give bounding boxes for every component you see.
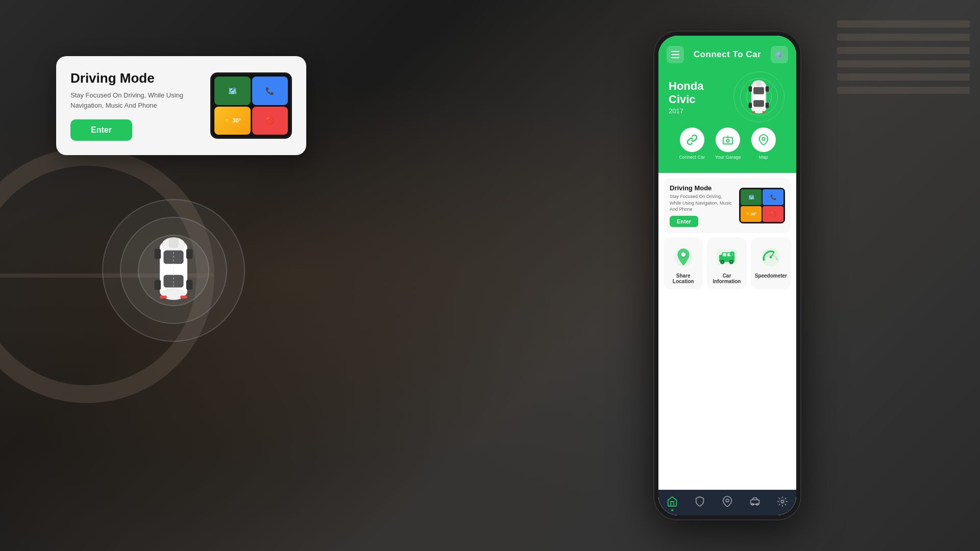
phone-bottom-section: Driving Mode Stay Focused On Driving, Wh… xyxy=(658,173,796,515)
phone-car-image xyxy=(731,71,786,122)
driving-mode-card-desc: Stay Focused On Driving, While Using Nav… xyxy=(70,90,200,110)
svg-point-38 xyxy=(730,261,732,263)
nav-shield[interactable] xyxy=(694,496,705,507)
vent-bg xyxy=(827,0,980,204)
mini-icon-nav: 🗺️ xyxy=(214,77,251,105)
svg-rect-20 xyxy=(766,86,769,91)
connect-car-label: Connect Car xyxy=(679,155,705,160)
svg-rect-16 xyxy=(753,87,764,94)
svg-rect-9 xyxy=(186,280,192,290)
svg-rect-17 xyxy=(753,100,764,107)
phone-mockup: Connect To Car ⚙️ Honda Civic 2017 xyxy=(653,31,801,520)
radar-rings xyxy=(102,199,245,342)
svg-point-37 xyxy=(721,261,723,263)
car-nav-icon xyxy=(749,496,761,507)
feature-speedometer[interactable]: Speedometer xyxy=(751,237,791,289)
svg-rect-10 xyxy=(160,296,166,298)
action-connect-car[interactable]: Connect Car xyxy=(679,128,705,160)
speedometer-label: Speedometer xyxy=(755,273,787,279)
car-information-icon: i xyxy=(715,245,739,269)
dm-mini-icon-4: 🔴 xyxy=(763,206,783,222)
car-name: Honda Civic xyxy=(669,80,731,106)
nav-home[interactable] xyxy=(667,496,678,507)
driving-mode-mini-phone: 🗺️ 📞 ☀️ 30° 🔴 xyxy=(210,72,292,139)
dm-mini-enter-button[interactable]: Enter xyxy=(670,216,698,227)
dm-mini-title: Driving Mode xyxy=(670,184,734,192)
svg-point-27 xyxy=(762,137,765,140)
driving-mode-enter-button[interactable]: Enter xyxy=(70,119,132,141)
car-year: 2017 xyxy=(669,107,731,115)
dm-mini-phone-image: 🗺️ 📞 ☀️30° 🔴 xyxy=(739,188,785,223)
car-details: Honda Civic 2017 xyxy=(669,80,731,115)
phone-car-svg xyxy=(745,76,773,119)
hamburger-line-1 xyxy=(671,51,679,52)
driving-mode-card-title: Driving Mode xyxy=(70,70,200,86)
map-icon-circle xyxy=(751,128,776,152)
hamburger-line-2 xyxy=(671,54,679,55)
svg-rect-21 xyxy=(749,103,752,108)
mini-icon-speed: 🔴 xyxy=(252,107,288,135)
svg-rect-8 xyxy=(155,280,161,290)
mini-icon-weather: ☀️ 30° xyxy=(214,107,251,135)
dm-mini-desc: Stay Focused On Driving, While Using Nav… xyxy=(670,193,734,213)
svg-rect-7 xyxy=(186,249,192,259)
nav-settings[interactable] xyxy=(777,496,788,507)
dm-mini-icon-2: 📞 xyxy=(763,189,783,205)
dm-mini-text: Driving Mode Stay Focused On Driving, Wh… xyxy=(670,184,734,227)
feature-share-location[interactable]: Share Location xyxy=(664,237,703,289)
svg-rect-5 xyxy=(169,239,178,248)
home-nav-dot xyxy=(671,509,673,511)
dm-mini-icon-1: 🗺️ xyxy=(741,189,762,205)
nav-location[interactable] xyxy=(722,496,733,507)
car-information-label: Car Information xyxy=(711,273,742,284)
mini-icon-call: 📞 xyxy=(252,77,288,105)
svg-rect-22 xyxy=(766,103,769,108)
home-nav-icon xyxy=(667,496,678,507)
feature-car-information[interactable]: i Car Information xyxy=(707,237,746,289)
action-map[interactable]: Map xyxy=(751,128,776,160)
svg-point-29 xyxy=(681,253,685,257)
svg-rect-18 xyxy=(756,81,761,85)
action-icons-row: Connect Car Your Garage xyxy=(667,122,788,163)
settings-nav-icon xyxy=(777,496,788,507)
dm-mini-icon-3: ☀️30° xyxy=(741,206,762,222)
speedometer-icon xyxy=(759,245,782,269)
phone-header: Connect To Car ⚙️ xyxy=(667,46,788,63)
bottom-nav xyxy=(658,490,796,515)
svg-rect-19 xyxy=(749,86,752,91)
hamburger-line-3 xyxy=(671,57,679,58)
svg-rect-33 xyxy=(723,253,726,256)
shield-nav-icon xyxy=(694,496,705,507)
phone-top-section: Connect To Car ⚙️ Honda Civic 2017 xyxy=(658,36,796,173)
car-radar-container xyxy=(92,173,255,367)
mini-phone-screen: 🗺️ 📞 ☀️ 30° 🔴 xyxy=(212,74,290,137)
feature-grid: Share Location xyxy=(658,237,796,294)
svg-point-26 xyxy=(727,139,730,142)
location-nav-icon xyxy=(722,496,733,507)
svg-rect-23 xyxy=(751,111,755,112)
driving-mode-card: Driving Mode Stay Focused On Driving, Wh… xyxy=(56,56,306,155)
settings-button[interactable]: ⚙️ xyxy=(771,46,788,63)
action-your-garage[interactable]: Your Garage xyxy=(715,128,741,160)
svg-text:i: i xyxy=(731,253,732,256)
svg-point-51 xyxy=(781,500,784,503)
svg-point-43 xyxy=(770,256,772,258)
driving-mode-mini-card: Driving Mode Stay Focused On Driving, Wh… xyxy=(664,178,791,233)
svg-rect-25 xyxy=(723,137,732,144)
garage-icon-circle xyxy=(716,128,740,152)
car-info-row: Honda Civic 2017 xyxy=(667,71,788,122)
phone-title: Connect To Car xyxy=(694,49,761,60)
svg-rect-24 xyxy=(763,111,766,112)
spacer xyxy=(658,294,796,490)
connect-car-icon-circle xyxy=(680,128,704,152)
svg-rect-11 xyxy=(180,296,187,298)
map-label: Map xyxy=(759,155,768,160)
garage-label: Your Garage xyxy=(715,155,741,160)
nav-car[interactable] xyxy=(749,496,761,507)
phone-screen: Connect To Car ⚙️ Honda Civic 2017 xyxy=(658,36,796,515)
svg-point-47 xyxy=(726,499,729,502)
hamburger-button[interactable] xyxy=(667,46,684,63)
share-location-label: Share Location xyxy=(668,273,699,284)
svg-rect-6 xyxy=(155,249,161,259)
car-top-view-standalone xyxy=(148,229,199,312)
